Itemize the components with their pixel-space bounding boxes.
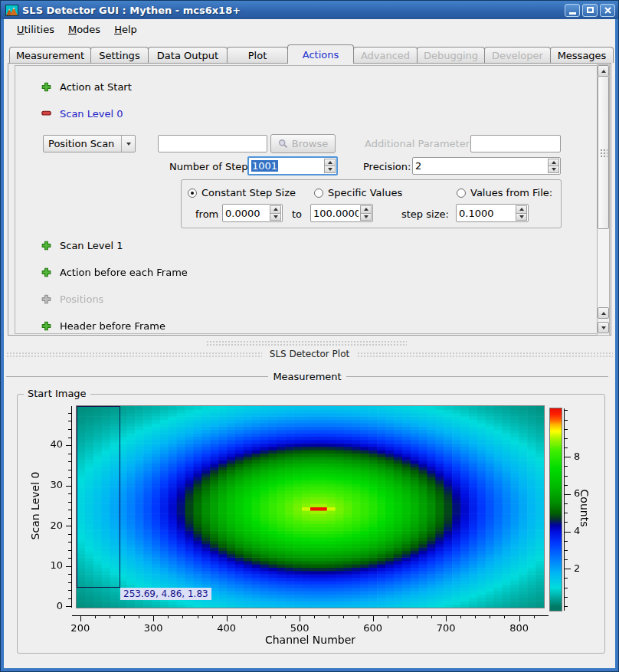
tab-advanced: Advanced [353, 47, 418, 63]
plot-dock-titlebar[interactable]: SLS Detector Plot [6, 348, 613, 360]
arrow-up-icon [519, 208, 524, 211]
spin-buttons [270, 205, 281, 221]
tab-label: Plot [248, 50, 267, 61]
tab-label: Data Output [157, 50, 218, 61]
scroll-up-button-bottom[interactable] [598, 307, 609, 319]
menu-help[interactable]: Help [107, 21, 144, 38]
number-of-steps-value: 1001 [251, 160, 278, 172]
scan-level-1-row[interactable]: Scan Level 1 [41, 239, 123, 251]
vertical-scrollbar[interactable] [597, 64, 610, 336]
additional-parameter-input[interactable] [470, 135, 561, 152]
maximize-button[interactable] [582, 4, 598, 17]
divider [6, 376, 268, 377]
plus-disabled-icon [41, 294, 51, 304]
cursor-position-tooltip: 253.69, 4.86, 1.83 [120, 588, 211, 600]
scan-file-input[interactable] [158, 135, 267, 152]
maximize-icon [587, 7, 594, 13]
spin-up-button[interactable] [324, 159, 336, 166]
action-at-start-row[interactable]: Action at Start [41, 80, 132, 93]
from-spinbox[interactable]: 0.0000 [222, 204, 283, 222]
dock-texture [6, 352, 262, 357]
tab-settings[interactable]: Settings [90, 47, 149, 63]
number-of-steps-spinbox[interactable]: 1001 [247, 156, 338, 175]
radio-icon[interactable] [314, 188, 323, 198]
measurement-group-header: Measurement [6, 370, 608, 382]
spin-down-button[interactable] [516, 214, 527, 221]
action-before-frame-row[interactable]: Action before each Frame [41, 266, 188, 278]
start-image-groupbox: Start Image Scan Level 0 Channel Number … [17, 394, 605, 654]
tab-actions[interactable]: Actions [287, 44, 354, 64]
minus-icon [41, 110, 51, 116]
arrow-down-icon [519, 215, 524, 218]
app-window: SLS Detector GUI : Mythen - mcs6x18+ Uti… [0, 0, 619, 672]
tab-label: Measurement [16, 50, 84, 61]
to-spinbox[interactable]: 100.0000 [310, 204, 373, 222]
tab-messages[interactable]: Messages [550, 47, 614, 63]
from-value: 0.0000 [225, 208, 260, 219]
precision-label: Precision: [363, 161, 411, 173]
header-before-frame-row[interactable]: Header before Frame [41, 320, 165, 332]
menu-modes[interactable]: Modes [61, 21, 107, 38]
scroll-down-button[interactable] [598, 322, 609, 333]
values-from-file-option[interactable]: Values from File: [457, 187, 552, 198]
scroll-up-button[interactable] [598, 65, 609, 77]
precision-value: 2 [415, 160, 421, 172]
scan-mode-combobox[interactable]: Position Scan [43, 135, 136, 152]
close-button[interactable] [600, 4, 615, 17]
tab-plot[interactable]: Plot [227, 47, 288, 63]
window-body: Utilities Modes Help Measurement Setting… [1, 19, 618, 671]
scrollbar-thumb[interactable] [598, 76, 609, 229]
scan-level-0-row[interactable]: Scan Level 0 [41, 107, 123, 120]
title-bar[interactable]: SLS Detector GUI : Mythen - mcs6x18+ [1, 1, 618, 19]
from-label: from [195, 208, 218, 221]
arrow-down-icon [328, 168, 332, 171]
measurement-group-title: Measurement [273, 371, 341, 382]
step-size-spinbox[interactable]: 0.1000 [456, 204, 529, 222]
constant-step-size-option[interactable]: Constant Step Size [188, 187, 296, 198]
browse-button: Browse [270, 134, 336, 153]
splitter-handle[interactable] [206, 340, 407, 346]
spin-down-button[interactable] [360, 214, 372, 221]
colorbar-title: Counts [578, 470, 591, 546]
plus-icon [41, 241, 51, 251]
step-size-value: 0.1000 [459, 208, 494, 219]
precision-spinbox[interactable]: 2 [412, 157, 561, 175]
spin-up-button[interactable] [516, 205, 527, 214]
spin-down-button[interactable] [270, 214, 281, 221]
spin-up-button[interactable] [548, 159, 559, 166]
additional-parameter-label: Additional Parameter: [365, 138, 473, 150]
plus-icon [41, 267, 51, 277]
radio-checked-icon[interactable] [188, 188, 197, 198]
step-size-label: step size: [401, 208, 449, 221]
values-from-file-label: Values from File: [470, 187, 552, 198]
menu-utilities[interactable]: Utilities [10, 21, 61, 38]
tab-label: Developer [492, 50, 543, 61]
tab-label: Messages [558, 50, 607, 61]
spin-down-button[interactable] [324, 166, 336, 173]
positions-row: Positions [41, 293, 103, 305]
spin-down-button[interactable] [548, 166, 559, 173]
plus-icon [41, 321, 51, 331]
tab-data-output[interactable]: Data Output [148, 47, 228, 63]
scan-mode-value: Position Scan [44, 138, 121, 149]
arrow-up-icon [328, 161, 332, 164]
plot-canvas[interactable] [18, 395, 605, 653]
spin-buttons [360, 205, 372, 221]
spin-buttons [548, 159, 559, 173]
tab-measurement[interactable]: Measurement [9, 47, 91, 63]
combo-dropdown-button[interactable] [121, 136, 135, 152]
header-before-frame-label: Header before Frame [60, 320, 165, 332]
spin-buttons [516, 205, 527, 221]
constant-step-size-label: Constant Step Size [201, 187, 296, 198]
radio-icon[interactable] [457, 188, 466, 198]
spin-up-button[interactable] [270, 205, 281, 214]
spin-up-button[interactable] [360, 205, 372, 214]
scan-level-0-label: Scan Level 0 [60, 108, 123, 120]
specific-values-option[interactable]: Specific Values [314, 187, 402, 198]
window-title: SLS Detector GUI : Mythen - mcs6x18+ [22, 5, 562, 16]
positions-label: Positions [60, 293, 103, 305]
minimize-icon [569, 12, 576, 15]
arrow-up-icon [552, 161, 556, 164]
minimize-button[interactable] [565, 4, 580, 17]
spin-buttons [324, 159, 336, 173]
